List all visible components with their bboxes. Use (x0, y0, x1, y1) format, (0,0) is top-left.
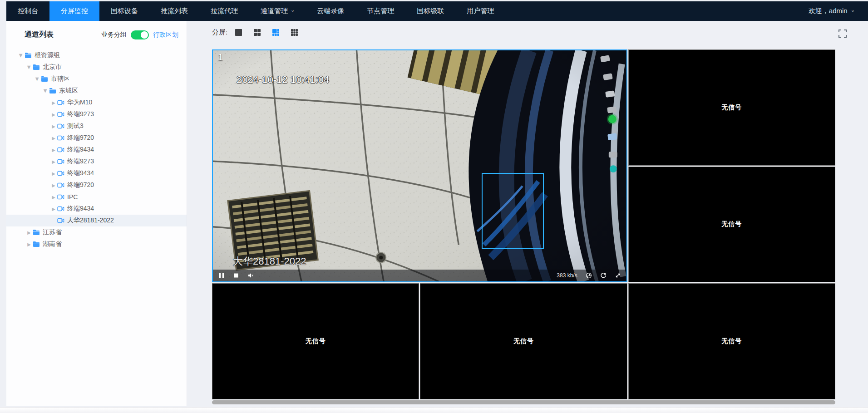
tree-node-camera[interactable]: ▶测试3 (6, 120, 187, 132)
nav-item[interactable]: 节点管理 (355, 1, 405, 21)
camera-icon (57, 171, 66, 176)
sidebar-title: 通道列表 (25, 30, 54, 39)
nav-item[interactable]: 控制台 (6, 1, 49, 21)
welcome-text: 欢迎，admin (809, 7, 848, 15)
nav-item[interactable]: 推流列表 (149, 1, 199, 21)
tree-node-label: 终端9434 (67, 146, 94, 154)
toggle-knob (141, 31, 148, 39)
fullscreen-icon[interactable] (838, 29, 847, 38)
nav-item[interactable]: 国标设备 (99, 1, 149, 21)
tree-node-camera[interactable]: ▶终端9273 (6, 156, 187, 167)
tree-node-folder[interactable]: ▶市辖区 (6, 73, 187, 85)
nav-item[interactable]: 拉流代理 (199, 1, 249, 21)
nav-item[interactable]: 通道管理∨ (249, 1, 306, 21)
nav-item-label: 通道管理 (261, 7, 288, 15)
user-menu[interactable]: 欢迎，admin ∨ (809, 1, 868, 21)
grouping-toggle[interactable] (131, 30, 149, 39)
osd-camera-name: 大华28181-2022 (233, 255, 306, 268)
tree-node-label: 江苏省 (43, 228, 62, 236)
folder-icon (33, 229, 42, 236)
camera-icon (57, 194, 66, 200)
player-control-bar: 383 kb/s (213, 270, 626, 281)
video-window-6[interactable]: 无信号 (628, 283, 835, 399)
player-controls-right: 383 kb/s (557, 272, 621, 279)
channel-sidebar: 通道列表 业务分组 行政区划 ▶根资源组▶北京市▶市辖区▶东城区▶华为M10▶终… (6, 21, 187, 406)
tree-expander-icon[interactable]: ▶ (50, 112, 57, 117)
no-signal-label: 无信号 (721, 103, 742, 112)
tree-node-label: 湖南省 (43, 240, 62, 248)
tree-node-camera[interactable]: ▶终端9434 (6, 144, 187, 156)
no-signal-label: 无信号 (721, 220, 742, 228)
tree-expander-icon[interactable]: ▶ (27, 64, 32, 71)
tree-node-folder[interactable]: ▶湖南省 (6, 238, 187, 250)
folder-icon (41, 76, 50, 82)
tree-node-camera[interactable]: ▶大华28181-2022 (6, 215, 187, 226)
tree-node-label: 市辖区 (51, 75, 70, 83)
tree-node-camera[interactable]: ▶华为M10 (6, 97, 187, 108)
tree-expander-icon[interactable]: ▶ (25, 242, 33, 247)
tree-expander-icon[interactable]: ▶ (50, 148, 57, 152)
tree-expander-icon[interactable]: ▶ (50, 183, 57, 188)
video-window-2[interactable]: 无信号 (628, 49, 835, 166)
tree-node-camera[interactable]: ▶IPC (6, 191, 187, 203)
nav-item[interactable]: 分屏监控 (49, 1, 99, 21)
horizontal-scrollbar[interactable] (212, 400, 835, 404)
expand-icon[interactable] (615, 272, 621, 279)
video-window-4[interactable]: 无信号 (212, 283, 419, 399)
split-layout-1-button[interactable] (235, 29, 242, 36)
business-group-label: 业务分组 (101, 31, 127, 39)
tree-node-camera[interactable]: ▶终端9434 (6, 167, 187, 179)
tree-node-camera[interactable]: ▶终端9720 (6, 179, 187, 191)
layout-buttons (235, 29, 309, 36)
no-signal-label: 无信号 (513, 337, 534, 345)
nav-items: 控制台分屏监控国标设备推流列表拉流代理通道管理∨云端录像节点管理国标级联用户管理 (6, 1, 505, 21)
nav-item-label: 推流列表 (161, 7, 188, 15)
nav-item-label: 拉流代理 (211, 7, 238, 15)
tree-node-camera[interactable]: ▶终端9434 (6, 203, 187, 215)
nav-item[interactable]: 用户管理 (455, 1, 505, 21)
tree-expander-icon[interactable]: ▶ (35, 75, 40, 83)
bitrate-label: 383 kb/s (557, 272, 577, 279)
tree-node-folder[interactable]: ▶东城区 (6, 85, 187, 97)
tree-expander-icon[interactable]: ▶ (50, 124, 57, 129)
split-layout-6-button[interactable] (272, 29, 280, 36)
video-window-3[interactable]: 无信号 (628, 167, 835, 283)
nav-item[interactable]: 云端录像 (306, 1, 355, 21)
tree-expander-icon[interactable]: ▶ (25, 230, 33, 235)
tree-expander-icon[interactable]: ▶ (43, 87, 48, 94)
split-layout-9-button[interactable] (291, 29, 298, 36)
tree-node-folder[interactable]: ▶根资源组 (6, 49, 187, 61)
tree-expander-icon[interactable]: ▶ (50, 136, 57, 141)
nav-item[interactable]: 国标级联 (405, 1, 455, 21)
tree-node-camera[interactable]: ▶终端9720 (6, 132, 187, 144)
snapshot-icon[interactable] (586, 272, 592, 279)
chevron-down-icon: ∨ (851, 9, 854, 13)
tree-node-folder[interactable]: ▶江苏省 (6, 226, 187, 238)
admin-region-label[interactable]: 行政区划 (153, 31, 178, 39)
mute-icon[interactable] (247, 272, 254, 279)
tree-node-label: 终端9720 (67, 134, 94, 142)
camera-icon (57, 206, 66, 211)
tree-node-label: IPC (67, 193, 78, 201)
tree-node-label: 北京市 (43, 63, 62, 71)
stop-icon[interactable] (233, 272, 239, 279)
video-window-active[interactable]: 1 2024-10-12 10:41:04 大华28181-2022 383 k… (212, 49, 627, 282)
tree-expander-icon[interactable]: ▶ (50, 159, 57, 164)
refresh-icon[interactable] (600, 272, 607, 279)
no-signal-label: 无信号 (306, 337, 326, 345)
tree-expander-icon[interactable]: ▶ (50, 195, 57, 200)
tree-expander-icon[interactable]: ▶ (50, 100, 57, 105)
tree-expander-icon[interactable]: ▶ (19, 52, 24, 59)
video-window-5[interactable]: 无信号 (420, 283, 627, 399)
split-layout-4-button[interactable] (253, 29, 261, 36)
tree-expander-icon[interactable]: ▶ (50, 171, 57, 176)
camera-icon (57, 100, 66, 105)
tree-node-label: 测试3 (67, 122, 84, 130)
pause-icon[interactable] (218, 272, 225, 279)
tree-node-folder[interactable]: ▶北京市 (6, 61, 187, 73)
main-area: 分屏: (187, 21, 868, 413)
nav-item-label: 用户管理 (467, 7, 494, 15)
tree-expander-icon[interactable]: ▶ (50, 206, 57, 211)
window-index-label: 1 (218, 52, 223, 63)
tree-node-camera[interactable]: ▶终端9273 (6, 108, 187, 120)
